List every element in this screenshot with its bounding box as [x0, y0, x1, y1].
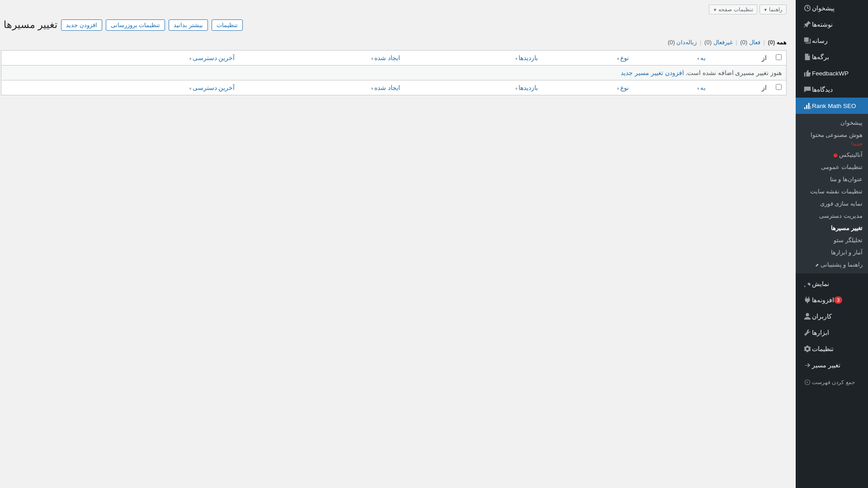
filter-trash[interactable]: زباله‌دان (0) [668, 39, 697, 46]
help-toggle[interactable]: راهنما ▼ [760, 5, 787, 14]
col-last-footer[interactable]: آخرین دسترسی♦ [1, 80, 239, 95]
settings-button[interactable]: تنظیمات [212, 19, 243, 31]
update-settings-button[interactable]: تنظیمات بروزرسانی [106, 19, 165, 31]
label: فعال [749, 39, 760, 46]
menu-label: رسانه [812, 37, 828, 44]
label: آخرین دسترسی [193, 55, 235, 61]
sort-icon: ♦ [371, 56, 373, 61]
sort-icon: ♦ [697, 86, 699, 91]
count: (0) [740, 39, 747, 46]
col-from-footer[interactable]: از [710, 80, 771, 95]
menu-label: دیدگاه‌ها [812, 86, 833, 93]
label: زباله‌دان [676, 39, 697, 46]
menu-label: FeedbackWP [812, 70, 849, 77]
label: آخرین دسترسی [193, 84, 235, 91]
col-hits-footer[interactable]: بازدیدها♦ [405, 80, 542, 95]
dashboard-icon [803, 4, 812, 13]
sort-icon: ♦ [189, 86, 192, 91]
sort-icon: ♦ [189, 56, 192, 61]
select-all-header [771, 51, 786, 66]
label: نوع [620, 55, 629, 61]
page-header: تغییر مسیرها افزودن جدید تنظیمات بروزرسا… [1, 19, 787, 31]
filter-inactive[interactable]: غیرفعال (0) [704, 39, 733, 46]
screen-meta-links: راهنما ▼ تنظیمات صفحه ▼ [1, 5, 787, 14]
label: بازدیدها [519, 55, 538, 61]
redirections-table: از به♦ نوع♦ بازدیدها♦ ایجاد شده♦ آخرین د… [1, 50, 787, 95]
page-icon [803, 52, 812, 61]
content-area: راهنما ▼ تنظیمات صفحه ▼ تغییر مسیرها افز… [0, 0, 796, 113]
learn-more-button[interactable]: بیشتر بدانید [169, 19, 208, 31]
add-new-button[interactable]: افزودن جدید [61, 19, 102, 31]
count: (0) [768, 39, 775, 46]
label: ایجاد شده [374, 55, 400, 61]
select-all-checkbox-footer[interactable] [776, 84, 782, 90]
label: به [700, 84, 706, 91]
label: از [762, 84, 767, 91]
comment-icon [803, 85, 812, 94]
screen-options-toggle[interactable]: تنظیمات صفحه ▼ [709, 5, 757, 14]
add-redirection-link[interactable]: افزودن تغییر مسیر جدید [621, 70, 684, 76]
col-created-footer[interactable]: ایجاد شده♦ [239, 80, 404, 95]
col-from-header[interactable]: از [710, 51, 771, 66]
menu-feedbackwp[interactable]: FeedbackWP [796, 65, 868, 81]
empty-state-row: هنوز تغییر مسیری اضافه نشده است. افزودن … [1, 66, 786, 80]
menu-comments[interactable]: دیدگاه‌ها [796, 81, 868, 98]
menu-label: نوشته‌ها [812, 21, 833, 28]
count: (0) [704, 39, 712, 46]
label: بازدیدها [519, 84, 538, 91]
col-created-header[interactable]: ایجاد شده♦ [239, 51, 404, 66]
menu-label: Rank Math SEO [812, 103, 856, 109]
table-header-row: از به♦ نوع♦ بازدیدها♦ ایجاد شده♦ آخرین د… [1, 51, 786, 66]
select-all-footer [771, 80, 786, 95]
label: غیرفعال [713, 39, 733, 46]
separator: | [734, 39, 738, 46]
filter-active[interactable]: فعال (0) [740, 39, 760, 46]
menu-label: برگه‌ها [812, 53, 829, 61]
menu-posts[interactable]: نوشته‌ها [796, 16, 868, 33]
empty-message-cell: هنوز تغییر مسیری اضافه نشده است. افزودن … [1, 66, 786, 80]
sort-icon: ♦ [697, 56, 699, 61]
select-all-checkbox[interactable] [776, 54, 782, 60]
label: ایجاد شده [374, 84, 400, 91]
pin-icon [803, 20, 812, 29]
menu-rankmath-seo[interactable]: Rank Math SEO [796, 98, 868, 113]
col-last-header[interactable]: آخرین دسترسی♦ [1, 51, 239, 66]
filter-all[interactable]: همه (0) [768, 39, 787, 46]
col-type-header[interactable]: نوع♦ [542, 51, 633, 66]
menu-media[interactable]: رسانه [796, 33, 868, 49]
sort-icon: ♦ [617, 86, 619, 91]
rankmath-icon [803, 101, 812, 110]
table-footer-row: از به♦ نوع♦ بازدیدها♦ ایجاد شده♦ آخرین د… [1, 80, 786, 95]
sort-icon: ♦ [515, 86, 518, 91]
count: (0) [668, 39, 675, 46]
separator: | [698, 39, 703, 46]
col-hits-header[interactable]: بازدیدها♦ [405, 51, 542, 66]
separator: | [762, 39, 766, 46]
chevron-down-icon: ▼ [764, 8, 768, 12]
sort-icon: ♦ [371, 86, 373, 91]
label: نوع [620, 84, 629, 91]
label: تنظیمات صفحه [718, 6, 753, 13]
col-to-footer[interactable]: به♦ [633, 80, 710, 95]
menu-label: پیشخوان [812, 5, 835, 12]
status-filters: همه (0) | فعال (0) | غیرفعال (0) | زباله… [1, 39, 787, 46]
empty-text: هنوز تغییر مسیری اضافه نشده است. [684, 70, 782, 76]
thumbs-up-icon [803, 69, 812, 78]
sort-icon: ♦ [515, 56, 518, 61]
col-type-footer[interactable]: نوع♦ [542, 80, 633, 95]
label: راهنما [769, 6, 783, 13]
col-to-header[interactable]: به♦ [633, 51, 710, 66]
media-icon [803, 36, 812, 45]
page-title: تغییر مسیرها [4, 19, 57, 31]
chevron-down-icon: ▼ [713, 8, 717, 12]
menu-pages[interactable]: برگه‌ها [796, 49, 868, 65]
admin-sidebar: پیشخوان نوشته‌ها رسانه برگه‌ها FeedbackW… [796, 0, 868, 113]
menu-dashboard[interactable]: پیشخوان [796, 0, 868, 16]
label: به [700, 55, 706, 61]
sort-icon: ♦ [617, 56, 619, 61]
label: از [762, 55, 767, 61]
label: همه [777, 39, 787, 46]
